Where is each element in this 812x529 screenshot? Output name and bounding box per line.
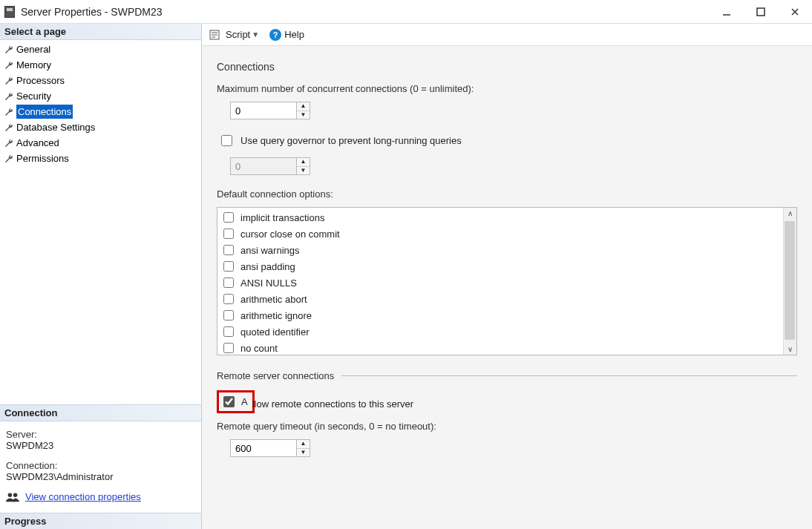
option-label: ANSI NULLS xyxy=(240,277,297,289)
spinner-down-icon: ▼ xyxy=(297,167,310,175)
spinner-up-icon[interactable]: ▲ xyxy=(297,102,310,111)
sidebar-item-general[interactable]: General xyxy=(0,42,201,57)
option-label: arithmetic ignore xyxy=(240,310,312,321)
spinner-up-icon[interactable]: ▲ xyxy=(297,440,310,449)
sidebar-item-label: Database Settings xyxy=(16,120,95,134)
list-item[interactable]: ANSI NULLS xyxy=(220,275,780,291)
help-label: Help xyxy=(284,29,304,40)
option-checkbox[interactable] xyxy=(223,277,234,288)
wrench-icon xyxy=(4,139,13,148)
script-label: Script xyxy=(226,29,250,40)
maximize-button[interactable] xyxy=(744,0,778,24)
sidebar-item-label: General xyxy=(16,42,50,56)
list-item[interactable]: cursor close on commit xyxy=(220,226,780,242)
sidebar-item-database-settings[interactable]: Database Settings xyxy=(0,119,201,135)
page-list: GeneralMemoryProcessorsSecurityConnectio… xyxy=(0,40,201,175)
option-checkbox[interactable] xyxy=(223,261,234,272)
connections-heading: Connections xyxy=(217,61,797,73)
people-icon xyxy=(6,492,19,502)
listbox-scrollbar[interactable]: ∧ ∨ xyxy=(783,208,796,355)
list-item[interactable]: no count xyxy=(220,340,780,355)
select-page-header: Select a page xyxy=(0,24,201,40)
option-checkbox[interactable] xyxy=(223,212,234,223)
default-options-listbox[interactable]: implicit transactionscursor close on com… xyxy=(217,207,797,355)
connection-header: Connection xyxy=(0,404,201,421)
svg-point-4 xyxy=(8,493,12,496)
wrench-icon xyxy=(4,154,13,163)
sidebar-item-connections[interactable]: Connections xyxy=(0,104,201,119)
option-label: quoted identifier xyxy=(240,326,310,338)
scroll-up-icon[interactable]: ∧ xyxy=(788,208,793,219)
wrench-icon xyxy=(4,92,13,101)
option-label: arithmetic abort xyxy=(240,294,307,305)
option-checkbox[interactable] xyxy=(223,245,234,255)
sidebar-item-label: Memory xyxy=(16,58,51,72)
max-connections-spinner[interactable]: ▲ ▼ xyxy=(297,102,310,119)
allow-remote-checkbox[interactable] xyxy=(223,396,235,407)
connection-value: SWPDM23\Administrator xyxy=(6,471,195,482)
content-area: Script ▼ ? Help Connections Maximum numb… xyxy=(202,24,812,529)
script-dropdown[interactable]: Script ▼ xyxy=(226,29,259,40)
allow-remote-label-partA: A xyxy=(241,396,248,407)
query-governor-checkbox[interactable] xyxy=(221,135,232,146)
svg-point-5 xyxy=(13,493,17,496)
query-governor-input xyxy=(230,157,297,175)
help-button[interactable]: ? Help xyxy=(265,29,304,41)
chevron-down-icon: ▼ xyxy=(252,30,259,39)
scrollbar-thumb[interactable] xyxy=(785,221,795,340)
wrench-icon xyxy=(4,108,13,116)
sidebar-item-memory[interactable]: Memory xyxy=(0,57,201,73)
remote-timeout-input[interactable] xyxy=(230,439,297,457)
spinner-up-icon: ▲ xyxy=(297,158,310,167)
list-item[interactable]: ansi warnings xyxy=(220,242,780,258)
list-item[interactable]: arithmetic ignore xyxy=(220,307,780,323)
option-label: ansi warnings xyxy=(240,245,300,256)
option-label: no count xyxy=(240,343,278,354)
query-governor-spinner: ▲ ▼ xyxy=(297,157,310,175)
minimize-button[interactable] xyxy=(710,0,744,24)
sidebar-item-label: Connections xyxy=(16,105,73,119)
list-item[interactable]: quoted identifier xyxy=(220,323,780,340)
query-governor-label: Use query governor to prevent long-runni… xyxy=(240,135,462,146)
sidebar-item-advanced[interactable]: Advanced xyxy=(0,135,201,151)
help-icon: ? xyxy=(269,29,281,41)
sidebar-item-security[interactable]: Security xyxy=(0,88,201,104)
remote-timeout-spinner[interactable]: ▲ ▼ xyxy=(297,439,310,457)
wrench-icon xyxy=(4,76,13,85)
script-icon xyxy=(209,30,220,40)
spinner-down-icon[interactable]: ▼ xyxy=(297,449,310,457)
sidebar-item-processors[interactable]: Processors xyxy=(0,73,201,88)
sidebar-item-label: Processors xyxy=(16,73,65,88)
option-checkbox[interactable] xyxy=(223,343,234,353)
scroll-down-icon[interactable]: ∨ xyxy=(788,344,793,355)
option-checkbox[interactable] xyxy=(223,310,234,321)
close-button[interactable] xyxy=(778,0,812,24)
list-item[interactable]: implicit transactions xyxy=(220,209,780,226)
list-item[interactable]: ansi padding xyxy=(220,258,780,275)
wrench-icon xyxy=(4,45,13,54)
sidebar: Select a page GeneralMemoryProcessorsSec… xyxy=(0,24,202,529)
window-title: Server Properties - SWPDM23 xyxy=(21,6,163,18)
server-value: SWPDM23 xyxy=(6,440,195,451)
option-label: ansi padding xyxy=(240,261,295,272)
spinner-down-icon[interactable]: ▼ xyxy=(297,111,310,119)
max-connections-input[interactable] xyxy=(230,102,297,119)
option-checkbox[interactable] xyxy=(223,229,234,239)
view-connection-properties-link[interactable]: View connection properties xyxy=(25,491,141,502)
option-checkbox[interactable] xyxy=(223,326,234,337)
titlebar: Server Properties - SWPDM23 xyxy=(0,0,812,24)
remote-timeout-label: Remote query timeout (in seconds, 0 = no… xyxy=(217,421,797,432)
divider xyxy=(341,375,797,376)
toolbar: Script ▼ ? Help xyxy=(202,24,812,46)
option-label: implicit transactions xyxy=(240,212,324,223)
option-checkbox[interactable] xyxy=(223,294,234,304)
sidebar-item-label: Permissions xyxy=(16,151,69,165)
allow-remote-highlight: A xyxy=(217,390,255,413)
remote-connections-heading: Remote server connections xyxy=(217,370,334,381)
allow-remote-label: llow remote connections to this server xyxy=(252,398,413,410)
progress-header: Progress xyxy=(0,513,201,529)
sidebar-item-permissions[interactable]: Permissions xyxy=(0,151,201,166)
list-item[interactable]: arithmetic abort xyxy=(220,291,780,307)
wrench-icon xyxy=(4,123,13,132)
option-label: cursor close on commit xyxy=(240,229,340,240)
